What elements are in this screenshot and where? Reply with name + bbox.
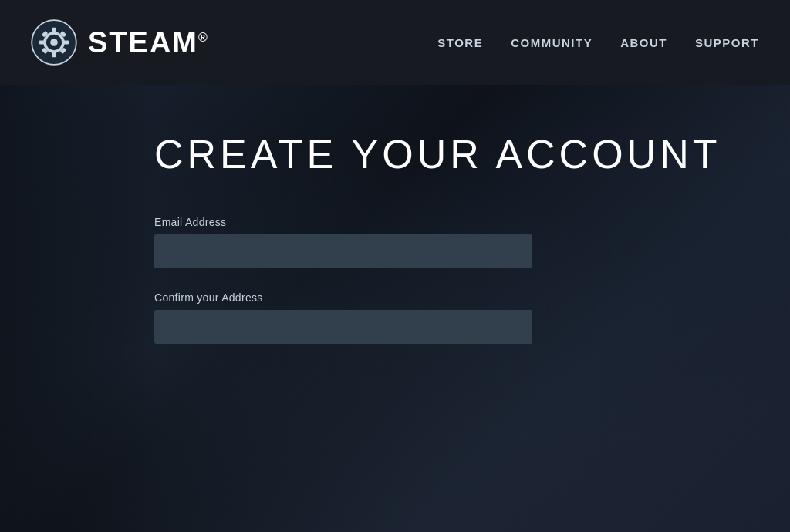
page-title: CREATE YOUR ACCOUNT <box>154 131 721 177</box>
nav-item-store[interactable]: STORE <box>437 36 483 49</box>
email-label: Email Address <box>154 216 540 228</box>
svg-point-2 <box>50 39 58 46</box>
main-nav: STORE COMMUNITY ABOUT SUPPORT <box>437 36 759 49</box>
account-form: Email Address Confirm your Address <box>154 216 540 344</box>
svg-rect-6 <box>63 41 69 45</box>
steam-brand-text: STEAM® <box>88 26 209 59</box>
email-input[interactable] <box>154 234 532 268</box>
email-form-group: Email Address <box>154 216 540 268</box>
main-content: CREATE YOUR ACCOUNT Email Address Confir… <box>0 85 790 532</box>
background-figure <box>0 85 154 532</box>
svg-rect-5 <box>39 41 45 45</box>
confirm-email-label: Confirm your Address <box>154 291 540 304</box>
confirm-email-form-group: Confirm your Address <box>154 291 540 344</box>
nav-item-support[interactable]: SUPPORT <box>695 36 759 49</box>
confirm-email-input[interactable] <box>154 310 532 344</box>
nav-item-about[interactable]: ABOUT <box>620 36 667 49</box>
svg-rect-3 <box>52 28 56 33</box>
logo-area[interactable]: STEAM® <box>31 19 209 66</box>
site-header: STEAM® STORE COMMUNITY ABOUT SUPPORT <box>0 0 790 85</box>
steam-logo-icon <box>31 19 77 66</box>
nav-item-community[interactable]: COMMUNITY <box>511 36 592 49</box>
svg-rect-4 <box>52 52 56 57</box>
